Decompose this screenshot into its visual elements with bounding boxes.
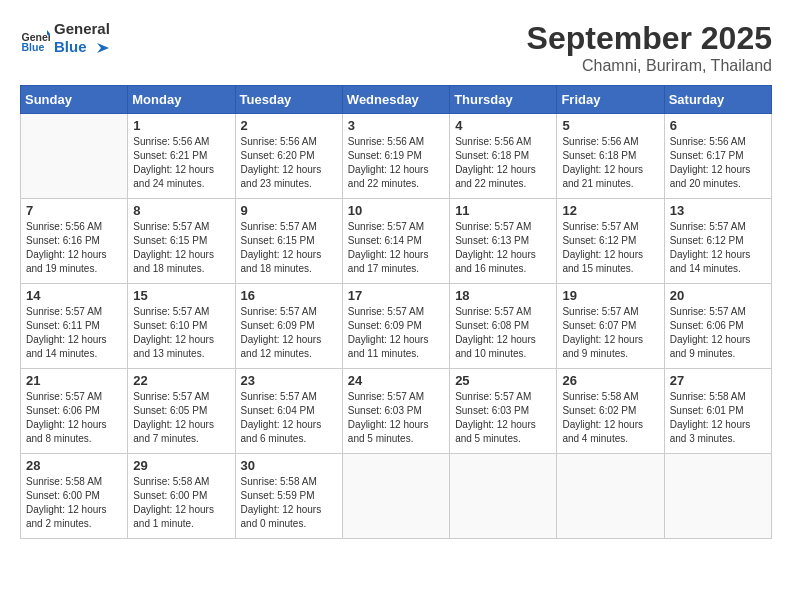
day-info: Sunrise: 5:58 AM Sunset: 6:02 PM Dayligh… — [562, 390, 658, 446]
day-cell: 9Sunrise: 5:57 AM Sunset: 6:15 PM Daylig… — [235, 199, 342, 284]
day-info: Sunrise: 5:56 AM Sunset: 6:18 PM Dayligh… — [455, 135, 551, 191]
day-info: Sunrise: 5:57 AM Sunset: 6:08 PM Dayligh… — [455, 305, 551, 361]
day-info: Sunrise: 5:56 AM Sunset: 6:21 PM Dayligh… — [133, 135, 229, 191]
day-info: Sunrise: 5:57 AM Sunset: 6:14 PM Dayligh… — [348, 220, 444, 276]
week-row-2: 7Sunrise: 5:56 AM Sunset: 6:16 PM Daylig… — [21, 199, 772, 284]
day-cell: 14Sunrise: 5:57 AM Sunset: 6:11 PM Dayli… — [21, 284, 128, 369]
day-cell: 20Sunrise: 5:57 AM Sunset: 6:06 PM Dayli… — [664, 284, 771, 369]
day-info: Sunrise: 5:56 AM Sunset: 6:18 PM Dayligh… — [562, 135, 658, 191]
day-cell: 24Sunrise: 5:57 AM Sunset: 6:03 PM Dayli… — [342, 369, 449, 454]
day-info: Sunrise: 5:58 AM Sunset: 6:00 PM Dayligh… — [26, 475, 122, 531]
day-number: 11 — [455, 203, 551, 218]
day-cell — [342, 454, 449, 539]
day-number: 8 — [133, 203, 229, 218]
day-number: 9 — [241, 203, 337, 218]
week-row-1: 1Sunrise: 5:56 AM Sunset: 6:21 PM Daylig… — [21, 114, 772, 199]
day-cell: 28Sunrise: 5:58 AM Sunset: 6:00 PM Dayli… — [21, 454, 128, 539]
day-info: Sunrise: 5:57 AM Sunset: 6:05 PM Dayligh… — [133, 390, 229, 446]
day-cell: 7Sunrise: 5:56 AM Sunset: 6:16 PM Daylig… — [21, 199, 128, 284]
day-number: 2 — [241, 118, 337, 133]
day-cell: 18Sunrise: 5:57 AM Sunset: 6:08 PM Dayli… — [450, 284, 557, 369]
day-number: 14 — [26, 288, 122, 303]
day-info: Sunrise: 5:57 AM Sunset: 6:12 PM Dayligh… — [670, 220, 766, 276]
day-cell: 16Sunrise: 5:57 AM Sunset: 6:09 PM Dayli… — [235, 284, 342, 369]
day-number: 15 — [133, 288, 229, 303]
day-info: Sunrise: 5:57 AM Sunset: 6:07 PM Dayligh… — [562, 305, 658, 361]
weekday-header-wednesday: Wednesday — [342, 86, 449, 114]
day-cell — [450, 454, 557, 539]
day-number: 4 — [455, 118, 551, 133]
day-cell — [21, 114, 128, 199]
day-number: 18 — [455, 288, 551, 303]
week-row-3: 14Sunrise: 5:57 AM Sunset: 6:11 PM Dayli… — [21, 284, 772, 369]
day-info: Sunrise: 5:58 AM Sunset: 5:59 PM Dayligh… — [241, 475, 337, 531]
day-info: Sunrise: 5:57 AM Sunset: 6:09 PM Dayligh… — [348, 305, 444, 361]
day-cell: 13Sunrise: 5:57 AM Sunset: 6:12 PM Dayli… — [664, 199, 771, 284]
day-number: 30 — [241, 458, 337, 473]
day-info: Sunrise: 5:57 AM Sunset: 6:04 PM Dayligh… — [241, 390, 337, 446]
weekday-header-thursday: Thursday — [450, 86, 557, 114]
day-number: 3 — [348, 118, 444, 133]
day-number: 29 — [133, 458, 229, 473]
day-cell: 27Sunrise: 5:58 AM Sunset: 6:01 PM Dayli… — [664, 369, 771, 454]
day-number: 17 — [348, 288, 444, 303]
weekday-header-saturday: Saturday — [664, 86, 771, 114]
day-cell: 1Sunrise: 5:56 AM Sunset: 6:21 PM Daylig… — [128, 114, 235, 199]
day-info: Sunrise: 5:57 AM Sunset: 6:15 PM Dayligh… — [133, 220, 229, 276]
logo: General Blue General Blue — [20, 20, 111, 57]
svg-text:Blue: Blue — [22, 41, 45, 53]
day-info: Sunrise: 5:56 AM Sunset: 6:16 PM Dayligh… — [26, 220, 122, 276]
day-cell: 21Sunrise: 5:57 AM Sunset: 6:06 PM Dayli… — [21, 369, 128, 454]
day-info: Sunrise: 5:57 AM Sunset: 6:13 PM Dayligh… — [455, 220, 551, 276]
logo-general-text: General — [54, 20, 110, 37]
logo-blue-text: Blue — [54, 38, 87, 55]
day-cell: 29Sunrise: 5:58 AM Sunset: 6:00 PM Dayli… — [128, 454, 235, 539]
day-cell: 11Sunrise: 5:57 AM Sunset: 6:13 PM Dayli… — [450, 199, 557, 284]
week-row-5: 28Sunrise: 5:58 AM Sunset: 6:00 PM Dayli… — [21, 454, 772, 539]
day-number: 28 — [26, 458, 122, 473]
day-cell — [664, 454, 771, 539]
day-info: Sunrise: 5:57 AM Sunset: 6:15 PM Dayligh… — [241, 220, 337, 276]
weekday-header-tuesday: Tuesday — [235, 86, 342, 114]
weekday-header-sunday: Sunday — [21, 86, 128, 114]
day-info: Sunrise: 5:56 AM Sunset: 6:20 PM Dayligh… — [241, 135, 337, 191]
day-cell: 10Sunrise: 5:57 AM Sunset: 6:14 PM Dayli… — [342, 199, 449, 284]
day-number: 7 — [26, 203, 122, 218]
day-cell: 23Sunrise: 5:57 AM Sunset: 6:04 PM Dayli… — [235, 369, 342, 454]
weekday-header-friday: Friday — [557, 86, 664, 114]
day-cell: 26Sunrise: 5:58 AM Sunset: 6:02 PM Dayli… — [557, 369, 664, 454]
day-number: 10 — [348, 203, 444, 218]
day-number: 16 — [241, 288, 337, 303]
day-cell: 15Sunrise: 5:57 AM Sunset: 6:10 PM Dayli… — [128, 284, 235, 369]
day-info: Sunrise: 5:57 AM Sunset: 6:09 PM Dayligh… — [241, 305, 337, 361]
day-number: 22 — [133, 373, 229, 388]
day-info: Sunrise: 5:57 AM Sunset: 6:06 PM Dayligh… — [26, 390, 122, 446]
day-number: 5 — [562, 118, 658, 133]
svg-marker-3 — [97, 43, 109, 53]
location-subtitle: Chamni, Buriram, Thailand — [527, 57, 772, 75]
day-number: 23 — [241, 373, 337, 388]
day-info: Sunrise: 5:57 AM Sunset: 6:10 PM Dayligh… — [133, 305, 229, 361]
day-number: 21 — [26, 373, 122, 388]
day-number: 12 — [562, 203, 658, 218]
calendar-table: SundayMondayTuesdayWednesdayThursdayFrid… — [20, 85, 772, 539]
weekday-header-monday: Monday — [128, 86, 235, 114]
day-cell: 2Sunrise: 5:56 AM Sunset: 6:20 PM Daylig… — [235, 114, 342, 199]
day-cell: 8Sunrise: 5:57 AM Sunset: 6:15 PM Daylig… — [128, 199, 235, 284]
logo-icon: General Blue — [20, 24, 50, 54]
day-cell: 19Sunrise: 5:57 AM Sunset: 6:07 PM Dayli… — [557, 284, 664, 369]
day-number: 19 — [562, 288, 658, 303]
day-cell: 3Sunrise: 5:56 AM Sunset: 6:19 PM Daylig… — [342, 114, 449, 199]
day-number: 1 — [133, 118, 229, 133]
day-number: 24 — [348, 373, 444, 388]
month-year-title: September 2025 — [527, 20, 772, 57]
blue-arrow-icon — [93, 39, 111, 57]
week-row-4: 21Sunrise: 5:57 AM Sunset: 6:06 PM Dayli… — [21, 369, 772, 454]
day-info: Sunrise: 5:57 AM Sunset: 6:06 PM Dayligh… — [670, 305, 766, 361]
day-cell: 30Sunrise: 5:58 AM Sunset: 5:59 PM Dayli… — [235, 454, 342, 539]
day-cell: 6Sunrise: 5:56 AM Sunset: 6:17 PM Daylig… — [664, 114, 771, 199]
day-info: Sunrise: 5:56 AM Sunset: 6:17 PM Dayligh… — [670, 135, 766, 191]
day-number: 26 — [562, 373, 658, 388]
day-info: Sunrise: 5:58 AM Sunset: 6:00 PM Dayligh… — [133, 475, 229, 531]
day-info: Sunrise: 5:57 AM Sunset: 6:11 PM Dayligh… — [26, 305, 122, 361]
